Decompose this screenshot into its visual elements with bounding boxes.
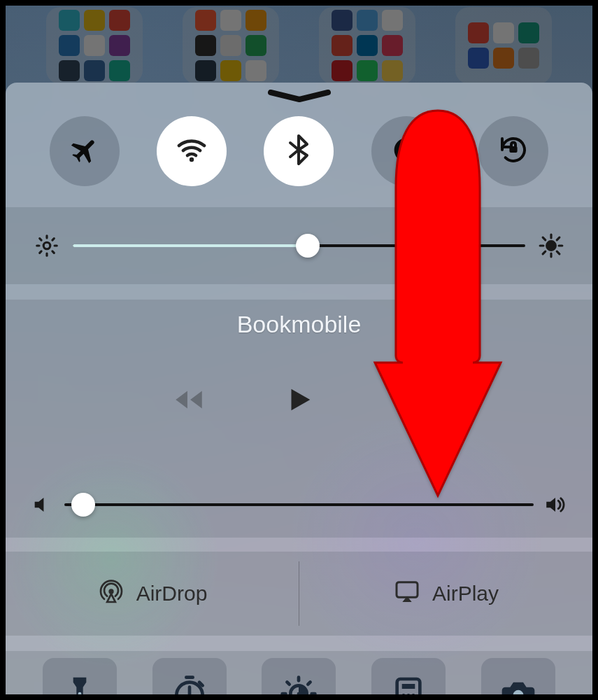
airplay-button[interactable]: AirPlay — [299, 552, 592, 636]
svg-line-10 — [52, 239, 54, 240]
bluetooth-toggle[interactable] — [264, 116, 334, 186]
now-playing-title: Bookmobile — [6, 311, 592, 338]
do-not-disturb-toggle[interactable] — [371, 116, 441, 186]
svg-point-39 — [407, 694, 411, 694]
airdrop-label: AirDrop — [136, 582, 208, 606]
calculator-button[interactable] — [371, 658, 446, 694]
svg-line-8 — [52, 251, 54, 253]
svg-line-35 — [308, 682, 311, 684]
svg-line-7 — [40, 239, 41, 240]
play-button[interactable] — [283, 384, 315, 416]
svg-rect-37 — [402, 684, 415, 689]
brightness-low-icon — [34, 232, 60, 259]
airdrop-icon — [97, 578, 125, 610]
svg-point-38 — [402, 694, 406, 694]
timer-button[interactable] — [152, 658, 227, 694]
brightness-slider[interactable] — [73, 244, 525, 247]
svg-line-32 — [287, 682, 290, 684]
rotation-lock-toggle[interactable] — [478, 116, 548, 186]
svg-line-16 — [543, 237, 546, 240]
camera-button[interactable] — [481, 658, 555, 694]
volume-high-icon — [543, 493, 567, 517]
airdrop-button[interactable]: AirDrop — [6, 552, 299, 636]
svg-line-17 — [557, 251, 560, 254]
wifi-icon — [175, 133, 208, 169]
camera-icon — [499, 674, 538, 694]
svg-point-11 — [547, 241, 556, 251]
airplane-icon — [68, 133, 101, 169]
volume-low-icon — [31, 493, 55, 517]
flashlight-button[interactable] — [43, 658, 117, 694]
svg-line-19 — [557, 237, 560, 240]
flashlight-icon — [60, 674, 99, 694]
now-playing-panel: Bookmobile — [6, 300, 592, 538]
rotation-lock-icon — [497, 133, 530, 169]
svg-point-0 — [190, 158, 194, 162]
brightness-panel — [6, 207, 592, 284]
wifi-toggle[interactable] — [157, 116, 227, 186]
calculator-icon — [389, 674, 428, 694]
connectivity-toggles — [6, 116, 592, 186]
night-shift-icon — [279, 674, 318, 694]
svg-line-9 — [40, 251, 41, 253]
airplane-mode-toggle[interactable] — [50, 116, 120, 186]
svg-line-18 — [543, 251, 546, 254]
airplay-label: AirPlay — [432, 582, 499, 606]
share-panel: AirDrop AirPlay — [6, 552, 592, 636]
svg-point-2 — [43, 242, 50, 249]
svg-rect-21 — [397, 582, 418, 597]
night-shift-button[interactable] — [262, 658, 336, 694]
bluetooth-icon — [282, 133, 315, 169]
moon-icon — [390, 133, 423, 169]
quick-launch-row — [6, 651, 592, 694]
timer-icon — [170, 674, 209, 694]
previous-track-button[interactable] — [171, 382, 206, 417]
next-track-button[interactable] — [392, 382, 427, 417]
svg-line-26 — [199, 682, 203, 686]
screenshot-stage: Weather Media Social Media — [6, 6, 592, 694]
sheet-grabber-icon[interactable] — [268, 90, 331, 102]
airplay-icon — [393, 578, 421, 610]
volume-slider[interactable] — [64, 503, 534, 506]
brightness-high-icon — [538, 232, 564, 259]
control-center-sheet: Bookmobile — [6, 83, 592, 694]
svg-point-40 — [412, 694, 415, 694]
